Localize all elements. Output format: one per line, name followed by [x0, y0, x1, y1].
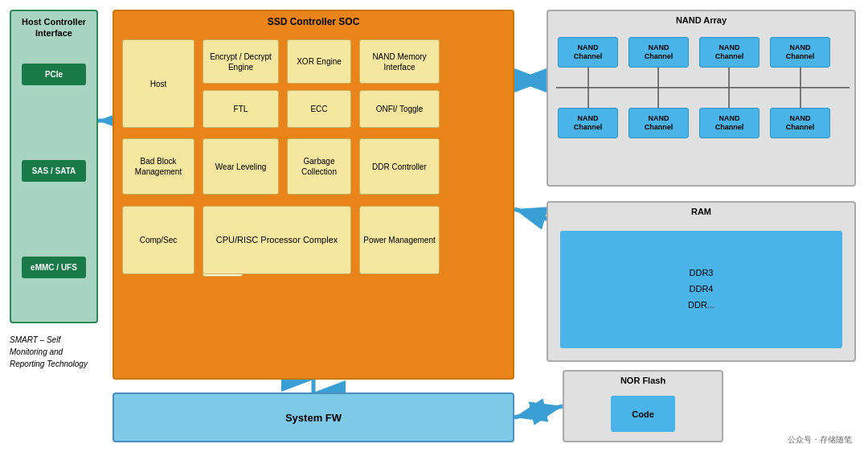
encrypt-decrypt-block: Encrypt / Decrypt Engine: [203, 39, 279, 84]
host-block: Host: [122, 39, 194, 128]
nand-array-title: NAND Array: [548, 11, 854, 29]
cpu-risc-block: CPU/RISC Processor Complex: [203, 206, 351, 274]
host-controller-title: Host Controller Interface: [11, 11, 96, 43]
ram-box: RAM DDR3 DDR4 DDR...: [547, 201, 856, 362]
nor-flash: NOR Flash Code: [563, 370, 723, 442]
nand-channel-6: NANDChannel: [628, 108, 689, 138]
smart-text: SMART – Self Monitoring and Reporting Te…: [10, 334, 98, 370]
nand-channel-3: NANDChannel: [699, 37, 760, 68]
wear-leveling-block: Wear Leveling: [203, 138, 279, 195]
ram-inner: DDR3 DDR4 DDR...: [560, 231, 842, 348]
system-fw: System FW: [113, 392, 514, 442]
ssd-controller-title: SSD Controller SOC: [114, 11, 513, 32]
nand-channel-8: NANDChannel: [770, 108, 830, 138]
ecc-block: ECC: [287, 90, 351, 128]
nand-array: NAND Array NANDChannel NANDChannel NANDC…: [547, 10, 856, 187]
svg-line-8: [514, 406, 563, 417]
nand-connectors: [548, 68, 858, 108]
ssd-controller: SSD Controller SOC Host Encrypt / Decryp…: [113, 10, 514, 380]
ddr-controller-block: DDR Controller: [359, 138, 440, 195]
garbage-collection-block: Garbage Collection: [287, 138, 351, 195]
ftl-block: FTL: [203, 90, 279, 128]
nand-channel-2: NANDChannel: [628, 37, 689, 68]
ram-title: RAM: [548, 203, 854, 220]
watermark: 公众号・存储随笔: [788, 434, 852, 446]
sas-sata-block: SAS / SATA: [22, 160, 86, 182]
xor-engine-block: XOR Engine: [287, 39, 351, 84]
nand-channel-5: NANDChannel: [558, 108, 618, 138]
nand-channel-4: NANDChannel: [770, 37, 830, 68]
nand-channel-1: NANDChannel: [558, 37, 618, 68]
nand-channel-7: NANDChannel: [699, 108, 760, 138]
bad-block-management-block: Bad Block Management: [122, 138, 194, 195]
onfi-toggle-block: ONFI/ Toggle: [359, 90, 440, 128]
pcie-block: PCIe: [22, 64, 86, 85]
diagram-container: Host Controller Interface PCIe SAS / SAT…: [0, 0, 868, 452]
host-controller-interface: Host Controller Interface PCIe SAS / SAT…: [10, 10, 98, 323]
emmc-ufs-block: eMMC / UFS: [22, 257, 86, 278]
nand-memory-interface-block: NAND Memory Interface: [359, 39, 440, 84]
nor-flash-title: NOR Flash: [564, 372, 722, 389]
nor-code-block: Code: [611, 396, 675, 432]
comp-sec-block: Comp/Sec: [122, 206, 194, 274]
power-management-block: Power Management: [359, 206, 440, 274]
